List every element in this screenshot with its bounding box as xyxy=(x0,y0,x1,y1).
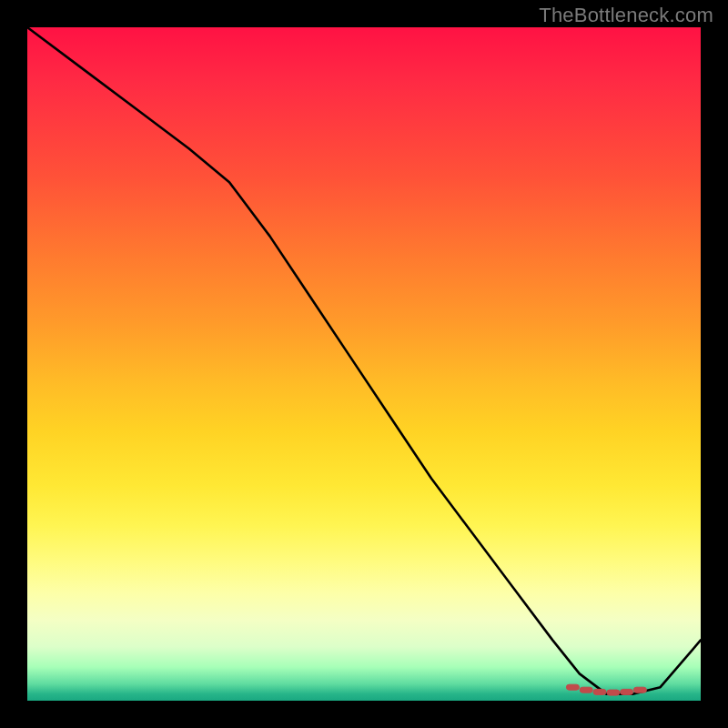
chart-marker xyxy=(633,687,646,693)
chart-marker xyxy=(580,687,592,693)
page-root: { "watermark": "TheBottleneck.com", "cha… xyxy=(0,0,728,728)
watermark: TheBottleneck.com xyxy=(539,4,713,27)
chart-curve xyxy=(27,27,701,694)
chart-area xyxy=(27,27,701,701)
chart-marker xyxy=(566,684,579,690)
chart-overlay xyxy=(27,27,701,701)
chart-marker xyxy=(621,689,633,694)
chart-marker xyxy=(607,690,620,695)
chart-marker xyxy=(593,689,606,694)
